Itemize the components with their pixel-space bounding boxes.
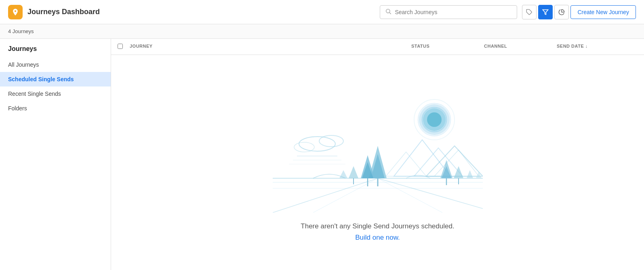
app-header: Journeys Dashboard C xyxy=(0,0,644,24)
search-icon xyxy=(385,8,391,16)
create-journey-button[interactable]: Create New Journey xyxy=(570,5,636,19)
build-now-link[interactable]: Build one now. xyxy=(355,234,400,242)
sidebar-item-scheduled-single-sends[interactable]: Scheduled Single Sends xyxy=(0,72,111,86)
search-input[interactable] xyxy=(395,9,512,15)
col-send-date: SEND DATE ↓ xyxy=(557,44,638,50)
empty-state: There aren't any Single Send Journeys sc… xyxy=(111,55,644,270)
filter-button[interactable] xyxy=(538,5,553,19)
svg-point-6 xyxy=(427,112,442,127)
col-checkbox xyxy=(118,44,130,50)
header-action-buttons: Create New Journey xyxy=(522,5,636,19)
svg-point-19 xyxy=(294,142,314,152)
sidebar-item-recent-single-sends[interactable]: Recent Single Sends xyxy=(0,86,111,101)
col-journey: JOURNEY xyxy=(130,44,411,50)
svg-line-1 xyxy=(389,13,391,14)
sidebar: Journeys All Journeys Scheduled Single S… xyxy=(0,39,111,270)
svg-marker-29 xyxy=(349,166,358,178)
svg-line-16 xyxy=(378,178,442,213)
sidebar-item-folders[interactable]: Folders xyxy=(0,101,111,116)
sidebar-heading: Journeys xyxy=(0,39,111,57)
empty-message: There aren't any Single Send Journeys sc… xyxy=(301,222,454,230)
select-all-checkbox[interactable] xyxy=(118,44,123,49)
svg-point-17 xyxy=(299,137,335,151)
table-header: JOURNEY STATUS CHANNEL SEND DATE ↓ xyxy=(111,39,644,55)
svg-marker-37 xyxy=(467,170,473,178)
search-box[interactable] xyxy=(380,5,517,19)
col-channel: CHANNEL xyxy=(484,44,557,50)
app-logo xyxy=(8,5,23,19)
svg-line-13 xyxy=(273,178,378,213)
tag-filter-button[interactable] xyxy=(522,5,537,19)
svg-point-0 xyxy=(386,9,390,13)
svg-line-14 xyxy=(378,178,483,209)
page-title: Journeys Dashboard xyxy=(27,8,100,16)
svg-marker-38 xyxy=(476,171,482,178)
col-status: STATUS xyxy=(411,44,484,50)
main-layout: Journeys All Journeys Scheduled Single S… xyxy=(0,39,644,270)
svg-marker-3 xyxy=(543,10,548,15)
journey-count: 4 Journeys xyxy=(0,24,644,39)
sidebar-item-all-journeys[interactable]: All Journeys xyxy=(0,57,111,72)
empty-illustration xyxy=(273,83,483,213)
svg-point-18 xyxy=(319,135,343,147)
chart-button[interactable] xyxy=(554,5,569,19)
main-content: JOURNEY STATUS CHANNEL SEND DATE ↓ xyxy=(111,39,644,270)
